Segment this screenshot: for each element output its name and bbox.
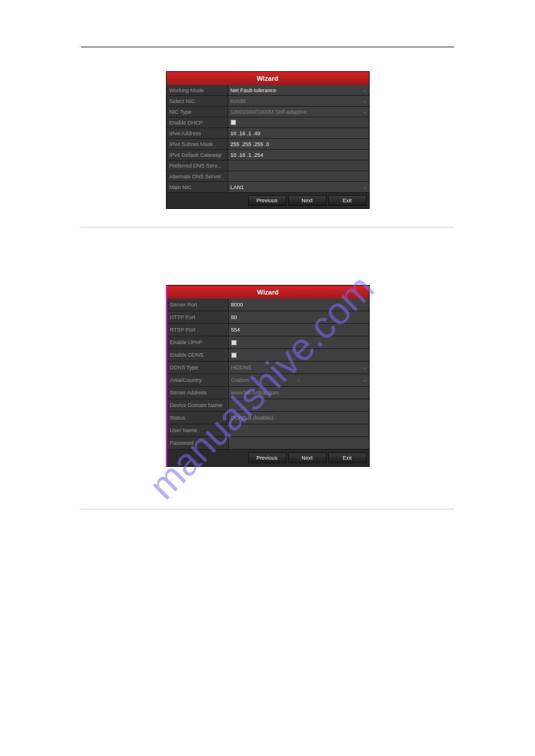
row-select-nic: Select NIC bond0 ⌄ [167,96,369,107]
text-working-mode: Net Fault-tolerance [231,87,277,93]
row-nic-type: NIC Type 10M/100M/1000M Self-adaptive ⌄ [167,107,369,117]
chevron-down-icon: ⌄ [363,99,367,104]
input-server-port[interactable]: 8000 [228,299,369,311]
label-status: Status [167,415,228,421]
checkbox-enable-ddns[interactable] [231,353,237,358]
value-enable-upnp [228,336,369,348]
chevron-down-icon: ⌄ [363,88,367,93]
row-alt-dns: Alternate DNS Server [167,171,369,182]
text-area-country: Custom [231,377,250,383]
wizard-title: Wizard [167,286,369,299]
value-ddns-type[interactable]: HiDDNS ⌄ [228,362,369,374]
value-area-country[interactable]: Custom ⌄ ⌄ [228,374,369,386]
row-password: Password [167,437,369,450]
row-rtsp-port: RTSP Port 554 [167,324,369,336]
input-pref-dns[interactable] [228,160,369,171]
label-working-mode: Working Mode [167,87,228,93]
label-ipv4-subnet: IPv4 Subnet Mask [167,141,228,147]
text-select-nic: bond0 [231,98,246,104]
row-ipv4-gateway: IPv4 Default Gateway 10 .16 .1 .254 [167,150,369,160]
input-user-name[interactable] [228,424,369,436]
chevron-down-icon: ⌄ [363,378,367,382]
input-rtsp-port[interactable]: 554 [228,324,369,336]
label-user-name: User Name [167,427,228,433]
previous-button[interactable]: Previous [248,453,286,463]
value-status: DDNS is disabled. [228,412,369,424]
exit-button[interactable]: Exit [328,453,367,463]
row-http-port: HTTP Port 80 [167,311,369,324]
input-device-domain[interactable] [228,399,369,411]
label-ddns-type: DDNS Type [167,365,228,371]
input-ipv4-gateway[interactable]: 10 .16 .1 .254 [228,150,369,160]
label-password: Password [167,440,228,446]
checkbox-enable-dhcp[interactable] [231,120,236,125]
row-enable-ddns: Enable DDNS [167,349,369,362]
chevron-down-icon: ⌄ [363,110,367,114]
label-pref-dns: Preferred DNS Serv... [167,163,228,169]
label-device-domain: Device Domain Name [167,402,228,408]
chevron-down-icon: ⌄ [297,378,300,382]
label-enable-upnp: Enable UPnP [167,339,228,345]
previous-button[interactable]: Previous [248,195,286,206]
value-nic-type[interactable]: 10M/100M/1000M Self-adaptive ⌄ [228,107,369,117]
row-pref-dns: Preferred DNS Serv... [167,160,369,171]
value-main-nic[interactable]: LAN1 ⌄ [228,182,369,192]
label-ipv4-gateway: IPv4 Default Gateway [167,152,228,158]
row-server-address: Server Address www.hik-online.com [167,387,369,399]
next-button[interactable]: Next [288,453,327,463]
input-ipv4-address[interactable]: 10 .16 .1 .49 [228,128,369,138]
row-enable-upnp: Enable UPnP [167,336,369,349]
divider-mid-1 [81,227,454,227]
row-ipv4-address: IPv4 Address 10 .16 .1 .49 [167,128,369,139]
label-alt-dns: Alternate DNS Server [167,174,228,180]
value-working-mode[interactable]: Net Fault-tolerance ⌄ [228,85,369,95]
row-enable-dhcp: Enable DHCP [167,117,369,128]
exit-button[interactable]: Exit [328,195,367,206]
label-main-nic: Main NIC [167,184,228,190]
input-alt-dns[interactable] [228,171,369,181]
row-ddns-type: DDNS Type HiDDNS ⌄ [167,362,369,374]
input-http-port[interactable]: 80 [228,311,369,323]
value-enable-dhcp [228,117,369,127]
row-ipv4-subnet: IPv4 Subnet Mask 255 .255 .255 .0 [167,139,369,150]
checkbox-enable-upnp[interactable] [231,340,237,345]
label-rtsp-port: RTSP Port [167,327,228,333]
input-password[interactable] [228,437,369,449]
divider-mid-2 [81,509,454,509]
row-user-name: User Name [167,424,369,437]
wizard-title: Wizard [167,72,369,85]
chevron-down-icon: ⌄ [363,185,367,190]
text-nic-type: 10M/100M/1000M Self-adaptive [231,109,307,115]
label-server-address: Server Address [167,390,228,396]
wizard-footer: Previous Next Exit [167,193,369,208]
row-server-port: Server Port 8000 [167,299,369,311]
row-area-country: Area/Country Custom ⌄ ⌄ [167,374,369,387]
text-ddns-type: HiDDNS [231,365,252,371]
label-select-nic: Select NIC [167,98,228,104]
chevron-down-icon: ⌄ [363,365,367,370]
label-nic-type: NIC Type [167,109,228,115]
label-http-port: HTTP Port [167,314,228,320]
text-main-nic: LAN1 [231,184,244,190]
row-device-domain: Device Domain Name [167,399,369,412]
row-main-nic: Main NIC LAN1 ⌄ [167,182,369,193]
wizard-ports: Wizard Server Port 8000 HTTP Port 80 RTS… [166,285,370,467]
wizard-footer: Previous Next Exit [167,450,369,466]
row-status: Status DDNS is disabled. [167,412,369,424]
input-ipv4-subnet[interactable]: 255 .255 .255 .0 [228,139,369,149]
label-ipv4-address: IPv4 Address [167,130,228,136]
value-enable-ddns [228,349,369,361]
divider-top [81,47,454,47]
value-select-nic[interactable]: bond0 ⌄ [228,96,369,106]
label-enable-ddns: Enable DDNS [167,352,228,358]
row-working-mode: Working Mode Net Fault-tolerance ⌄ [167,85,369,96]
next-button[interactable]: Next [288,195,327,206]
wizard-network: Wizard Working Mode Net Fault-tolerance … [166,71,370,209]
label-enable-dhcp: Enable DHCP [167,120,228,126]
label-area-country: Area/Country [167,377,228,383]
label-server-port: Server Port [167,302,228,308]
input-server-address[interactable]: www.hik-online.com [228,387,369,399]
